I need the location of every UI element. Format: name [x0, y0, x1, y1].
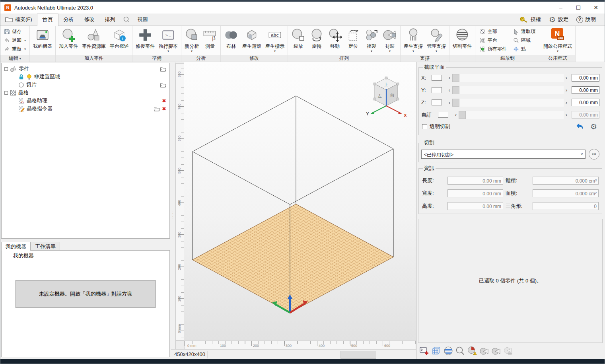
tree-item-parts[interactable]: 零件	[2, 65, 169, 73]
zoom-point-button[interactable]: 點	[513, 45, 535, 53]
add-script-icon[interactable]	[419, 345, 430, 356]
rotate-button[interactable]: 旋轉	[307, 27, 326, 54]
run-script-button[interactable]: ＞_ 執行腳本	[157, 27, 180, 54]
open-folder-icon[interactable]	[154, 106, 160, 111]
clip-z-checkbox[interactable]	[432, 99, 442, 105]
slice-preview-icon[interactable]	[443, 345, 454, 356]
manage-support-button[interactable]: 管理支撐	[425, 27, 448, 54]
zoom-all-parts-button[interactable]: 所有零件	[480, 45, 507, 53]
file-menu-button[interactable]: 檔案(F)	[0, 14, 37, 25]
settings-button[interactable]: ⚙ 設定	[546, 16, 572, 23]
slider-track[interactable]	[459, 86, 564, 94]
setup-machine-button[interactable]: 未設定機器。開啟「我的機器」對話方塊	[16, 280, 156, 308]
redo-button[interactable]: 重做	[3, 45, 27, 53]
tab-modify[interactable]: 修改	[79, 14, 100, 25]
create-label-button[interactable]: abc 產生標示	[263, 27, 286, 54]
tab-home[interactable]: 首頁	[37, 14, 58, 26]
platform-overview-button[interactable]: i 平台概述	[108, 27, 131, 54]
open-folder-icon[interactable]	[160, 82, 166, 88]
transparent-cut-checkbox[interactable]	[422, 124, 427, 129]
slider-thumb[interactable]	[459, 111, 466, 119]
tree-item-lattice-assistant[interactable]: A 晶格助理 ✖	[2, 97, 169, 105]
open-utility-button[interactable]: NNFB 開啟公用程式	[541, 27, 574, 54]
slider-right-arrow[interactable]: ›	[564, 75, 569, 80]
undo-button[interactable]: 退回	[3, 36, 27, 45]
clip-z-value[interactable]: 0.00 mm	[572, 99, 599, 106]
lattice-preview-icon[interactable]	[431, 345, 442, 356]
clip-x-checkbox[interactable]	[432, 75, 442, 81]
slider-left-arrow[interactable]: ‹	[447, 88, 452, 93]
reset-undo-icon[interactable]	[576, 123, 585, 130]
tree-item-slices[interactable]: 切片	[2, 81, 169, 89]
collapse-icon[interactable]	[4, 67, 8, 71]
cut-parts-button[interactable]: 切割零件	[451, 27, 474, 54]
tree-item-no-build-zone[interactable]: 非建置區域	[2, 73, 169, 81]
delete-icon[interactable]: ✖	[162, 106, 166, 111]
shells-alt-icon[interactable]	[490, 345, 502, 356]
cuts-dropdown[interactable]: <已停用切割> ˅	[421, 150, 586, 159]
tree-item-lattice-commander[interactable]: 晶格指令器 ✖	[2, 105, 169, 113]
duplicate-button[interactable]: 複製	[362, 27, 381, 54]
tab-analysis[interactable]: 分析	[58, 14, 79, 25]
boolean-button[interactable]: 布林	[222, 27, 240, 54]
inspect-magnifier-icon[interactable]	[455, 345, 466, 356]
cut-tool-button[interactable]: ✂	[589, 149, 599, 160]
minimize-button[interactable]: –	[552, 2, 570, 14]
slider-track[interactable]	[459, 74, 564, 82]
my-machine-button[interactable]: 我的機器	[31, 27, 54, 54]
slider-right-arrow[interactable]: ›	[564, 88, 569, 93]
pack-button[interactable]: 封裝	[381, 27, 399, 54]
clip-custom-checkbox[interactable]	[438, 112, 448, 118]
generate-support-button[interactable]: 產生支撐	[402, 27, 425, 54]
tab-my-machine[interactable]: 我的機器	[1, 242, 31, 251]
ribbon-group-label-edit[interactable]: 編輯	[0, 55, 29, 62]
zoom-all-button[interactable]: 全部	[480, 27, 507, 36]
vertical-splitter[interactable]: ·····	[171, 62, 175, 360]
panel-splitter[interactable]: ········	[416, 135, 605, 139]
platform-grid-icon[interactable]	[502, 345, 514, 356]
delete-icon[interactable]: ✖	[162, 98, 166, 103]
repair-part-button[interactable]: 修復零件	[134, 27, 157, 54]
scale-button[interactable]: 縮放	[289, 27, 307, 54]
help-button[interactable]: ? 說明	[573, 16, 599, 23]
lightbulb-icon[interactable]	[26, 74, 32, 80]
open-folder-icon[interactable]	[160, 66, 166, 72]
tab-worklist[interactable]: 工作清單	[31, 242, 60, 251]
orient-button[interactable]: 定位	[344, 27, 362, 54]
zoom-platform-button[interactable]: 平台	[480, 36, 507, 45]
zoom-selection-button[interactable]: 選取項	[513, 27, 535, 36]
search-icon[interactable]	[121, 14, 132, 25]
slider-track[interactable]	[466, 111, 564, 119]
slider-track[interactable]	[459, 99, 564, 107]
analysis-warning-icon[interactable]	[467, 345, 478, 356]
gear-icon[interactable]: ⚙	[590, 123, 597, 130]
part-library-button[interactable]: 零件資源庫	[80, 27, 108, 54]
slider-left-arrow[interactable]: ‹	[447, 75, 452, 80]
new-analysis-button[interactable]: 新分析	[183, 27, 201, 54]
clip-y-value[interactable]: 0.00 mm	[572, 86, 599, 94]
tree-item-lattice[interactable]: 晶格	[2, 89, 169, 97]
zoom-region-button[interactable]: 區域	[513, 36, 535, 45]
tab-view[interactable]: 視圖	[132, 14, 153, 25]
license-button[interactable]: 授權	[516, 16, 544, 23]
save-button[interactable]: 儲存	[3, 27, 27, 36]
scene-3d[interactable]: 上 左 前 Y X	[184, 62, 416, 341]
slider-left-arrow[interactable]: ‹	[447, 100, 452, 105]
create-shell-button[interactable]: 產生薄殼	[240, 27, 263, 54]
slider-thumb[interactable]	[452, 86, 459, 94]
clip-x-value[interactable]: 0.00 mm	[572, 74, 599, 82]
slider-left-arrow[interactable]: ‹	[453, 112, 459, 117]
move-button[interactable]: 移動	[326, 27, 344, 54]
tab-arrange[interactable]: 排列	[100, 14, 121, 25]
clip-y-checkbox[interactable]	[432, 87, 442, 93]
slider-right-arrow[interactable]: ›	[564, 100, 569, 105]
slider-right-arrow[interactable]: ›	[564, 112, 569, 117]
slider-thumb[interactable]	[452, 99, 459, 107]
close-button[interactable]: ✕	[587, 2, 605, 14]
slider-thumb[interactable]	[452, 74, 459, 82]
shells-icon[interactable]	[479, 345, 490, 356]
maximize-button[interactable]: ☐	[570, 2, 587, 14]
horizontal-splitter[interactable]: ··········	[0, 239, 171, 242]
collapse-icon[interactable]	[4, 91, 8, 95]
add-part-button[interactable]: 加入零件	[57, 27, 80, 54]
